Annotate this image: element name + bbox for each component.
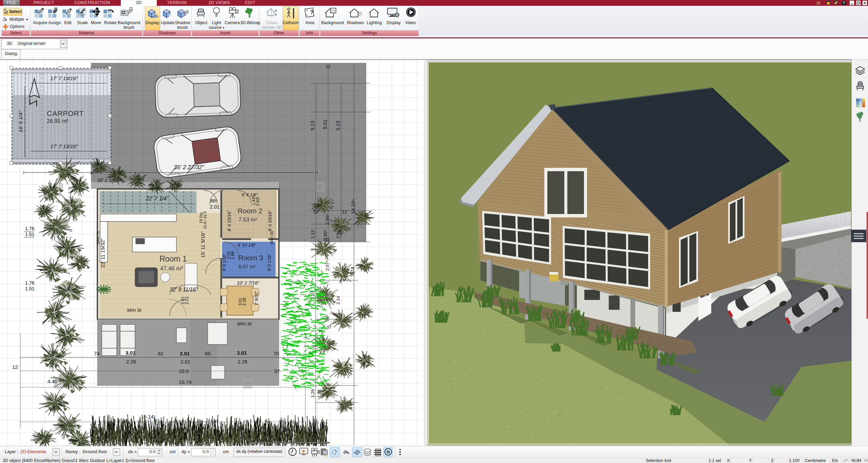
svg-text:8' 4 15/16": 8' 4 15/16" xyxy=(227,210,232,231)
svg-text:N: N xyxy=(386,449,390,455)
svg-text:12: 12 xyxy=(12,364,18,370)
svg-text:10.0: 10.0 xyxy=(179,368,189,374)
svg-text:2.01: 2.01 xyxy=(180,351,190,356)
svg-text:14.10⁵: 14.10⁵ xyxy=(350,199,356,214)
svg-text:6' 9 1/16": 6' 9 1/16" xyxy=(267,254,272,271)
svg-text:22' 11 19/32": 22' 11 19/32" xyxy=(100,238,106,268)
svg-text:7' 9/32": 7' 9/32" xyxy=(254,291,259,306)
svg-text:1.51: 1.51 xyxy=(25,286,34,291)
svg-text:2.01: 2.01 xyxy=(185,296,189,304)
svg-text:2.26: 2.26 xyxy=(242,298,247,306)
svg-text:2.01: 2.01 xyxy=(210,204,220,210)
svg-text:15.14⁵: 15.14⁵ xyxy=(141,414,156,420)
svg-text:9' 10 1/8": 9' 10 1/8" xyxy=(238,243,256,248)
svg-text:5.01: 5.01 xyxy=(322,119,328,129)
svg-text:35' 2 27/32": 35' 2 27/32" xyxy=(174,164,205,171)
svg-text:26.95 m²: 26.95 m² xyxy=(47,118,69,124)
svg-text:2.93⁵: 2.93⁵ xyxy=(256,196,260,206)
svg-text:2.07⁵: 2.07⁵ xyxy=(325,261,330,271)
svg-text:?: ? xyxy=(310,10,314,15)
svg-text:5.13: 5.13 xyxy=(335,121,341,130)
svg-text:11: 11 xyxy=(325,237,330,242)
svg-text:6' 9 1/16": 6' 9 1/16" xyxy=(222,254,227,271)
svg-text:CARPORT: CARPORT xyxy=(47,109,84,117)
svg-text:Room 1: Room 1 xyxy=(159,254,187,263)
svg-text:1.76: 1.76 xyxy=(25,226,34,231)
svg-text:15.6 / 31.8: 15.6 / 31.8 xyxy=(203,211,207,229)
svg-text:10.74: 10.74 xyxy=(179,379,192,385)
svg-text:37: 37 xyxy=(274,368,280,374)
svg-text:?: ? xyxy=(843,1,845,5)
svg-text:22' 7 1/4": 22' 7 1/4" xyxy=(146,196,169,201)
svg-text:Room 2: Room 2 xyxy=(238,207,263,215)
svg-text:8' 4 15/16": 8' 4 15/16" xyxy=(267,210,272,231)
svg-text:1.26: 1.26 xyxy=(310,389,315,397)
svg-text:1.11⁵: 1.11⁵ xyxy=(310,229,315,239)
svg-text:15' 11 5/16": 15' 11 5/16" xyxy=(200,231,206,258)
svg-text:2.01: 2.01 xyxy=(181,359,190,364)
svg-text:16' 5 1/4": 16' 5 1/4" xyxy=(18,110,23,132)
svg-text:6.07 m²: 6.07 m² xyxy=(239,264,256,269)
svg-text:7.53 m²: 7.53 m² xyxy=(239,217,257,222)
svg-text:2.56⁵: 2.56⁵ xyxy=(325,214,330,225)
svg-text:Room 3: Room 3 xyxy=(238,254,263,262)
svg-text:17' 7 13/16": 17' 7 13/16" xyxy=(50,143,78,149)
svg-text:7.74: 7.74 xyxy=(350,267,355,277)
svg-text:5.13: 5.13 xyxy=(309,121,315,130)
svg-text:74: 74 xyxy=(94,351,100,356)
svg-text:12: 12 xyxy=(326,64,331,69)
svg-text:32' 9 11/16": 32' 9 11/16" xyxy=(170,287,198,292)
svg-text:65: 65 xyxy=(205,351,211,356)
svg-text:88⁵: 88⁵ xyxy=(210,198,218,203)
svg-text:62: 62 xyxy=(158,351,164,356)
svg-text:17' 7 13/16": 17' 7 13/16" xyxy=(50,75,78,81)
svg-text:12: 12 xyxy=(342,209,347,214)
svg-text:1.88: 1.88 xyxy=(230,251,235,260)
svg-text:18 Stg.: 18 Stg. xyxy=(199,212,203,224)
svg-text:BRH 35: BRH 35 xyxy=(270,231,274,245)
svg-text:3.01: 3.01 xyxy=(237,350,247,356)
svg-text:47.46 m²: 47.46 m² xyxy=(160,265,183,272)
svg-text:37: 37 xyxy=(326,325,331,330)
svg-text:3.01: 3.01 xyxy=(126,350,135,356)
svg-text:1.76: 1.76 xyxy=(25,280,34,286)
svg-text:2.14: 2.14 xyxy=(336,296,341,304)
svg-text:2.26: 2.26 xyxy=(238,359,247,364)
svg-text:1.51: 1.51 xyxy=(25,232,34,237)
svg-text:BRH 35: BRH 35 xyxy=(127,308,141,313)
svg-text:4.40: 4.40 xyxy=(48,378,57,384)
svg-text:10' 2 7/16": 10' 2 7/16" xyxy=(237,280,260,286)
svg-text:BRH 35: BRH 35 xyxy=(238,322,252,326)
svg-text:2.26: 2.26 xyxy=(126,359,136,364)
svg-text:70: 70 xyxy=(273,351,279,356)
